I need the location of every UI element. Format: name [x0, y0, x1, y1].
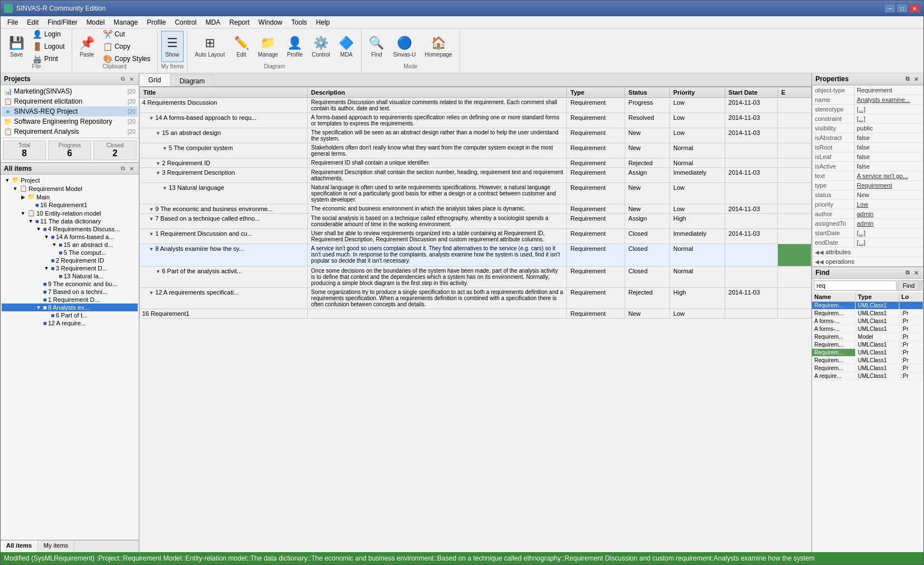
menu-tools[interactable]: Tools [287, 17, 312, 27]
tab-grid[interactable]: Grid [139, 73, 171, 86]
find-result-row[interactable]: A forms-...UMLClass1:Pr [812, 325, 923, 333]
tree-toggle-icon[interactable]: ▼ [43, 265, 50, 272]
tree-toggle-icon[interactable]: ▼ [35, 226, 42, 232]
tree-item[interactable]: ▼■14 A forms-based a... [2, 233, 138, 241]
tree-item[interactable]: ■1 Requirement D... [2, 296, 138, 303]
auto-layout-button[interactable]: ⊞ Auto Layout [191, 31, 228, 62]
tree-item[interactable]: ▼📋Requirement Model [2, 184, 138, 193]
menu-profile[interactable]: Profile [142, 17, 170, 27]
tree-toggle-icon[interactable] [35, 320, 42, 326]
table-row[interactable]: ▼ 1 Requirement Discussion and cu...User… [140, 229, 812, 244]
tree-toggle-icon[interactable]: ▼ [51, 241, 58, 248]
login-button[interactable]: 👤 Login [29, 29, 68, 40]
table-row[interactable]: ▼ 8 Analysts examine how the sy...A serv… [140, 244, 812, 267]
tab-diagram[interactable]: Diagram [171, 74, 214, 86]
project-item-sinvas-req[interactable]: ● SINVAS-REQ Project [20 [2, 106, 138, 116]
project-item-elicitation[interactable]: 📋 Requirement elicitation [20 [2, 96, 138, 106]
tree-item[interactable]: ■6 Part of t... [2, 311, 138, 319]
tree-toggle-icon[interactable]: ▼ [35, 304, 42, 311]
project-item-software[interactable]: 📁 Software Engineering Repository [20 [2, 116, 138, 127]
table-row[interactable]: ▼ 6 Part of the analysis activit...Once … [140, 267, 812, 288]
mda-button[interactable]: 🔷 MDA [335, 31, 358, 62]
tree-toggle-icon[interactable] [27, 202, 34, 208]
tree-item[interactable]: ■9 The economic and bu... [2, 280, 138, 288]
menu-edit[interactable]: Edit [22, 17, 43, 27]
find-section-close-button[interactable]: ✕ [912, 269, 920, 277]
menu-find-filter[interactable]: Find/Filter [43, 17, 82, 27]
tree-item[interactable]: ▼📁Project [2, 176, 138, 184]
menu-model[interactable]: Model [82, 17, 109, 27]
find-result-row[interactable]: Requirem...UMLClass1:Pr [812, 310, 923, 317]
projects-restore-button[interactable]: ⧉ [119, 75, 126, 83]
control-button[interactable]: ⚙️ Control [308, 31, 334, 62]
table-row[interactable]: ▼ 7 Based on a technique called ethno...… [140, 214, 812, 229]
find-result-row[interactable]: Requirem...UMLClass1:Pr [812, 349, 923, 357]
table-row[interactable]: ▼ 2 Requirement IDRequirement ID shall c… [140, 158, 812, 168]
tree-toggle-icon[interactable] [51, 273, 58, 279]
table-row[interactable]: ▼ 14 A forms-based approach to requ...A … [140, 113, 812, 128]
tree-item[interactable]: ▼■15 an abstract d... [2, 241, 138, 249]
profile-button[interactable]: 👤 Profile [283, 31, 307, 62]
manage-button[interactable]: 📁 Manage [254, 31, 282, 62]
table-row[interactable]: 4 Requirements DiscussionRequirements Di… [140, 98, 812, 113]
tree-toggle-icon[interactable] [51, 249, 58, 256]
tree-toggle-icon[interactable] [43, 312, 50, 319]
find-result-row[interactable]: Requirem...UMLClass1:Pr [812, 341, 923, 349]
menu-file[interactable]: File [3, 17, 22, 27]
tab-all-items[interactable]: All items [1, 540, 38, 552]
table-row[interactable]: ▼ 12 A requirements specificati...Some o… [140, 288, 812, 309]
table-row[interactable]: 16 Requirement1RequirementNewLow [140, 309, 812, 319]
tree-toggle-icon[interactable] [35, 281, 42, 287]
properties-close-button[interactable]: ✕ [912, 75, 920, 83]
homepage-button[interactable]: 🏠 Homepage [421, 31, 456, 62]
maximize-button[interactable]: □ [897, 4, 908, 13]
paste-button[interactable]: 📌 Paste [76, 31, 99, 62]
sinvas-u-button[interactable]: 🔵 Sinvas-U [389, 31, 420, 62]
tree-toggle-icon[interactable] [43, 257, 50, 264]
tree-toggle-icon[interactable]: ▼ [43, 234, 50, 240]
tree-item[interactable]: ▼📋10 Entity-relation model [2, 209, 138, 217]
show-button[interactable]: ☰ Show [161, 31, 184, 62]
project-item-analysis[interactable]: 📋 Requirement Analysis [20 [2, 127, 138, 137]
save-button[interactable]: 💾 Save [5, 31, 28, 62]
menu-help[interactable]: Help [312, 17, 335, 27]
grid-container[interactable]: Title Description Type Status Priority S… [139, 87, 812, 552]
tree-toggle-icon[interactable] [35, 296, 42, 303]
tree-item[interactable]: ■7 Based on a techni... [2, 288, 138, 296]
tab-my-items[interactable]: My items [38, 540, 74, 552]
menu-window[interactable]: Window [254, 17, 287, 27]
find-result-row[interactable]: A require...UMLClass1:Pr [812, 372, 923, 380]
find-result-row[interactable]: Requirem...UMLClass1:Pr [812, 357, 923, 365]
find-button-search[interactable]: Find [898, 281, 920, 291]
cut-button[interactable]: ✂️ Cut [100, 29, 154, 40]
logout-button[interactable]: 🚪 Logout [29, 41, 68, 52]
find-dropdown-button[interactable]: ▼ [921, 281, 923, 291]
find-result-row[interactable]: Requirem...UMLClass1:Pr [812, 365, 923, 372]
tree-item[interactable]: ▼■4 Requirements Discuss... [2, 225, 138, 233]
tree-toggle-icon[interactable] [35, 288, 42, 295]
tree-item[interactable]: ■12 A require... [2, 319, 138, 327]
table-row[interactable]: ▼ 9 The economic and business environme.… [140, 204, 812, 214]
tree-item[interactable]: ■16 Requirement1 [2, 201, 138, 209]
find-button[interactable]: 🔍 Find [365, 31, 388, 62]
find-result-row[interactable]: Requirem...Model:Pr [812, 333, 923, 341]
table-row[interactable]: ▼ 5 The computer systemStakeholders ofte… [140, 143, 812, 158]
tree-item[interactable]: ■5 The comput... [2, 249, 138, 256]
all-items-restore-button[interactable]: ⧉ [119, 165, 126, 172]
tree-item[interactable]: ▼■3 Requirement D... [2, 264, 138, 272]
find-restore-button[interactable]: ⧉ [903, 269, 911, 277]
project-item-marketing[interactable]: 📊 Marketing(SINVAS) [20 [2, 86, 138, 96]
find-result-row[interactable]: Requirem...UMLClass1 [812, 302, 923, 310]
table-row[interactable]: ▼ 13 Natural languageNatural language is… [140, 183, 812, 204]
properties-restore-button[interactable]: ⧉ [903, 75, 911, 83]
all-items-close-button[interactable]: ✕ [128, 165, 135, 172]
tree-item[interactable]: ▼■11 The data dictionary [2, 217, 138, 225]
minimize-button[interactable]: ─ [884, 4, 895, 13]
menu-manage[interactable]: Manage [109, 17, 142, 27]
edit-button[interactable]: ✏️ Edit [230, 31, 253, 62]
close-button[interactable]: ✕ [909, 4, 920, 13]
tree-item[interactable]: ■13 Natural la... [2, 272, 138, 280]
tree-item[interactable]: ▼■8 Analysts ex... [2, 303, 138, 311]
tree-item[interactable]: ■2 Requirement ID [2, 256, 138, 264]
tree-toggle-icon[interactable]: ▼ [27, 218, 34, 225]
